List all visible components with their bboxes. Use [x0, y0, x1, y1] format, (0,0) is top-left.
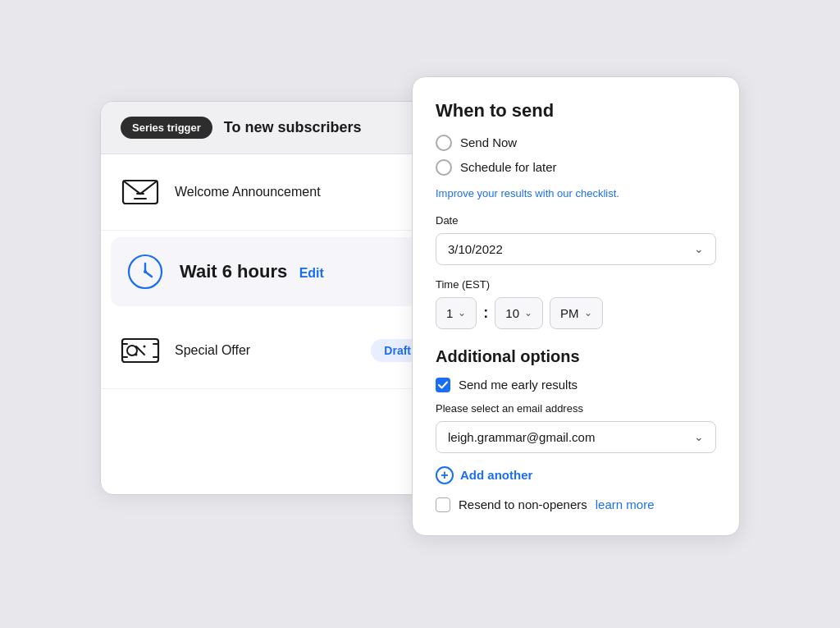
- date-select[interactable]: 3/10/2022 ⌄: [436, 233, 716, 265]
- schedule-later-option[interactable]: Schedule for later: [436, 159, 716, 176]
- period-chevron-icon: ⌄: [584, 307, 592, 319]
- svg-point-6: [144, 270, 147, 273]
- clock-icon: [126, 252, 165, 291]
- email-select-label: Please select an email address: [436, 402, 716, 415]
- list-item-wait-text: Wait 6 hours Edit: [180, 261, 419, 282]
- add-another-label[interactable]: Add another: [460, 468, 532, 482]
- left-card-body: Welcome Announcement Wait 6 hours Edit: [101, 154, 444, 389]
- learn-more-link[interactable]: learn more: [596, 497, 655, 511]
- email-value: leigh.grammar@gmail.com: [448, 430, 595, 444]
- minute-value: 10: [505, 306, 519, 320]
- date-chevron-icon: ⌄: [694, 242, 704, 255]
- date-label: Date: [436, 214, 716, 227]
- additional-options-title: Additional options: [436, 347, 716, 366]
- resend-row: Resend to non-openers learn more: [436, 497, 716, 512]
- svg-point-11: [135, 353, 138, 355]
- series-trigger-badge: Series trigger: [121, 117, 212, 139]
- list-item-wait: Wait 6 hours Edit: [111, 237, 434, 306]
- schedule-later-label: Schedule for later: [460, 160, 557, 174]
- header-subtitle: To new subscribers: [224, 119, 362, 136]
- offer-title: Special Offer: [175, 343, 250, 357]
- period-value: PM: [560, 306, 579, 320]
- add-another-row[interactable]: + Add another: [436, 466, 716, 484]
- left-card-header: Series trigger To new subscribers: [101, 102, 444, 154]
- when-to-send-title: When to send: [436, 100, 716, 121]
- hour-value: 1: [446, 306, 453, 320]
- resend-checkbox[interactable]: [436, 497, 450, 512]
- list-item-text: Welcome Announcement: [175, 185, 424, 199]
- list-item-offer: Special Offer Draft: [101, 313, 444, 389]
- ticket-icon: [121, 331, 160, 370]
- checklist-link[interactable]: Improve your results with our checklist.: [436, 187, 716, 199]
- send-now-label: Send Now: [460, 135, 517, 149]
- welcome-title: Welcome Announcement: [175, 185, 321, 199]
- send-options: Send Now Schedule for later: [436, 135, 716, 176]
- envelope-icon: [121, 172, 160, 212]
- hour-select[interactable]: 1 ⌄: [436, 297, 477, 329]
- send-now-option[interactable]: Send Now: [436, 135, 716, 151]
- list-item: Welcome Announcement: [101, 154, 444, 231]
- early-results-row[interactable]: Send me early results: [436, 378, 716, 392]
- minute-select[interactable]: 10 ⌄: [495, 297, 543, 329]
- edit-link[interactable]: Edit: [299, 266, 324, 280]
- early-results-label: Send me early results: [459, 378, 578, 392]
- svg-point-10: [144, 345, 146, 347]
- date-value: 3/10/2022: [448, 242, 503, 256]
- time-label: Time (EST): [436, 278, 716, 291]
- email-chevron-icon: ⌄: [694, 430, 704, 443]
- send-now-radio[interactable]: [436, 135, 452, 151]
- right-card: When to send Send Now Schedule for later…: [412, 76, 740, 536]
- period-select[interactable]: PM ⌄: [550, 297, 603, 329]
- main-container: Series trigger To new subscribers Welcom…: [100, 76, 740, 552]
- hour-chevron-icon: ⌄: [458, 307, 466, 319]
- early-results-checkbox[interactable]: [436, 378, 450, 392]
- resend-label: Resend to non-openers: [459, 497, 587, 511]
- add-another-icon: +: [436, 466, 454, 484]
- time-row: 1 ⌄ : 10 ⌄ PM ⌄: [436, 297, 716, 329]
- schedule-later-radio[interactable]: [436, 159, 452, 176]
- list-item-offer-text: Special Offer: [175, 343, 356, 358]
- email-select[interactable]: leigh.grammar@gmail.com ⌄: [436, 421, 716, 453]
- time-colon: :: [483, 305, 488, 322]
- wait-title: Wait 6 hours: [180, 261, 287, 282]
- left-card: Series trigger To new subscribers Welcom…: [100, 101, 445, 495]
- minute-chevron-icon: ⌄: [524, 307, 532, 319]
